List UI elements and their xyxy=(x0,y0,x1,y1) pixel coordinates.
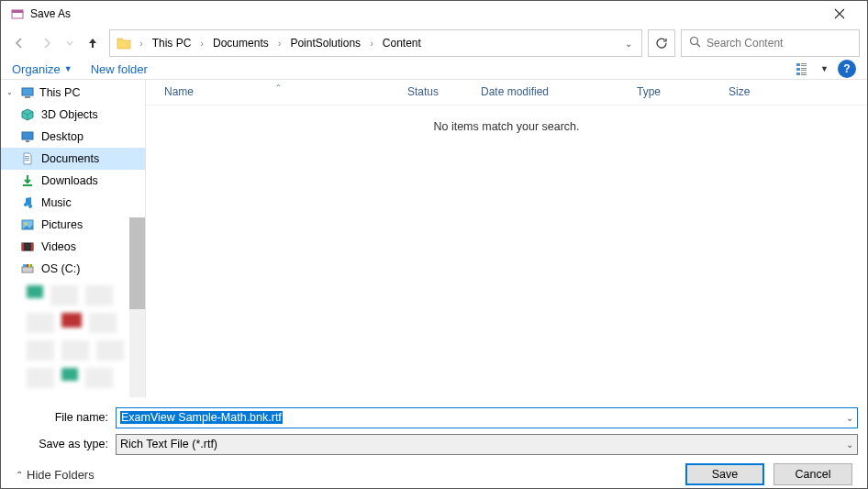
chevron-right-icon[interactable]: › xyxy=(196,38,207,49)
search-box[interactable] xyxy=(681,29,860,57)
tree-item-desktop[interactable]: Desktop xyxy=(1,126,145,148)
cancel-button[interactable]: Cancel xyxy=(773,463,852,485)
breadcrumb-item[interactable]: PointSolutions xyxy=(286,35,364,51)
organize-label: Organize xyxy=(12,62,61,76)
svg-rect-13 xyxy=(25,96,30,98)
recent-dropdown[interactable] xyxy=(63,32,76,54)
breadcrumb-item[interactable]: Content xyxy=(379,35,425,51)
refresh-button[interactable] xyxy=(648,29,675,57)
col-date[interactable]: Date modified xyxy=(473,85,629,98)
svg-rect-4 xyxy=(801,63,807,64)
tree-scrollbar-thumb[interactable] xyxy=(129,217,145,309)
cube-icon xyxy=(19,106,36,123)
svg-point-2 xyxy=(691,38,698,45)
pictures-icon xyxy=(19,217,36,233)
svg-rect-27 xyxy=(27,264,28,267)
file-list-pane: ⌃ Name Status Date modified Type Size No… xyxy=(146,80,867,397)
tree-item-os-c[interactable]: OS (C:) xyxy=(1,258,145,280)
tree-item-3d-objects[interactable]: 3D Objects xyxy=(1,104,145,126)
svg-rect-19 xyxy=(23,184,32,186)
music-icon xyxy=(19,194,36,211)
col-type[interactable]: Type xyxy=(629,85,721,98)
svg-rect-29 xyxy=(30,264,32,267)
svg-rect-23 xyxy=(22,243,24,250)
folder-icon xyxy=(114,33,134,53)
document-icon xyxy=(19,150,36,167)
tree-item-pictures[interactable]: Pictures xyxy=(1,214,145,236)
save-button[interactable]: Save xyxy=(685,463,764,485)
chevron-right-icon[interactable]: › xyxy=(274,38,285,49)
svg-rect-6 xyxy=(796,68,800,71)
svg-rect-7 xyxy=(801,68,807,69)
navigation-tree[interactable]: ⌄ This PC 3D Objects Desktop Documents D… xyxy=(1,80,146,397)
svg-rect-17 xyxy=(25,158,29,159)
main-area: ⌄ This PC 3D Objects Desktop Documents D… xyxy=(1,80,867,397)
svg-rect-1 xyxy=(12,10,23,13)
tree-item-documents[interactable]: Documents xyxy=(1,148,145,170)
tree-item-downloads[interactable]: Downloads xyxy=(1,170,145,192)
svg-rect-3 xyxy=(796,63,800,66)
col-size[interactable]: Size xyxy=(721,85,795,98)
tree-item-videos[interactable]: Videos xyxy=(1,236,145,258)
dropdown-arrow-icon[interactable]: ⌄ xyxy=(846,413,853,423)
breadcrumb-item[interactable]: This PC xyxy=(149,35,195,51)
toolbar: Organize ▼ New folder ▼ ? xyxy=(1,60,867,80)
dropdown-arrow-icon[interactable]: ⌄ xyxy=(846,439,853,450)
tree-item-music[interactable]: Music xyxy=(1,192,145,214)
svg-rect-10 xyxy=(801,72,807,73)
hide-folders-button[interactable]: ⌃ Hide Folders xyxy=(16,468,95,482)
tree-label: Desktop xyxy=(41,130,83,143)
chevron-up-icon: ⌃ xyxy=(16,470,23,480)
savetype-row: Save as type: Rich Text File (*.rtf) ⌄ xyxy=(1,431,867,458)
field-area: File name: ExamView Sample-Math.bnk.rtf … xyxy=(1,397,867,461)
app-icon xyxy=(10,6,25,21)
filename-value: ExamView Sample-Math.bnk.rtf xyxy=(120,411,283,424)
new-folder-button[interactable]: New folder xyxy=(91,62,148,76)
tree-label: Pictures xyxy=(41,218,83,231)
tree-root-this-pc[interactable]: ⌄ This PC xyxy=(1,82,145,104)
breadcrumb-item[interactable]: Documents xyxy=(209,35,273,51)
svg-rect-28 xyxy=(28,264,30,267)
savetype-value: Rich Text File (*.rtf) xyxy=(120,438,217,450)
back-button[interactable] xyxy=(8,32,30,54)
chevron-right-icon[interactable]: › xyxy=(136,38,147,49)
filename-input[interactable]: ExamView Sample-Math.bnk.rtf ⌄ xyxy=(116,407,858,428)
svg-rect-11 xyxy=(801,74,807,75)
svg-rect-15 xyxy=(26,140,29,142)
savetype-select[interactable]: Rich Text File (*.rtf) ⌄ xyxy=(116,434,858,455)
svg-rect-5 xyxy=(801,65,807,66)
svg-rect-8 xyxy=(801,70,807,71)
col-status[interactable]: Status xyxy=(400,85,473,98)
svg-rect-14 xyxy=(22,132,33,139)
organize-button[interactable]: Organize ▼ xyxy=(12,62,72,76)
view-options-button[interactable]: ▼ xyxy=(796,61,829,76)
tree-label: Documents xyxy=(41,152,99,165)
up-button[interactable] xyxy=(82,32,104,54)
breadcrumb-bar[interactable]: › This PC › Documents › PointSolutions ›… xyxy=(109,29,642,57)
dropdown-arrow-icon: ▼ xyxy=(64,64,72,73)
filename-label: File name: xyxy=(1,411,116,424)
close-button[interactable] xyxy=(821,1,858,27)
footer: ⌃ Hide Folders Save Cancel xyxy=(1,461,867,488)
desktop-icon xyxy=(19,128,36,145)
breadcrumb-history-dropdown[interactable]: ⌄ xyxy=(619,39,638,49)
col-name[interactable]: ⌃ Name xyxy=(157,85,400,98)
svg-rect-12 xyxy=(22,88,33,95)
chevron-right-icon[interactable]: › xyxy=(366,38,377,49)
tree-label: Downloads xyxy=(41,174,98,187)
nav-row: › This PC › Documents › PointSolutions ›… xyxy=(1,27,867,60)
tree-label: Videos xyxy=(41,240,76,253)
forward-button[interactable] xyxy=(36,32,58,54)
pc-icon xyxy=(19,84,36,101)
tree-label: Music xyxy=(41,196,72,209)
empty-list-message: No items match your search. xyxy=(146,106,867,133)
filename-row: File name: ExamView Sample-Math.bnk.rtf … xyxy=(1,405,867,431)
search-icon xyxy=(689,36,701,50)
videos-icon xyxy=(19,239,36,255)
chevron-down-icon[interactable]: ⌄ xyxy=(6,88,16,96)
search-input[interactable] xyxy=(707,37,851,50)
help-button[interactable]: ? xyxy=(838,60,856,78)
svg-rect-9 xyxy=(796,72,800,75)
drive-icon xyxy=(19,261,36,277)
svg-point-21 xyxy=(25,222,28,225)
